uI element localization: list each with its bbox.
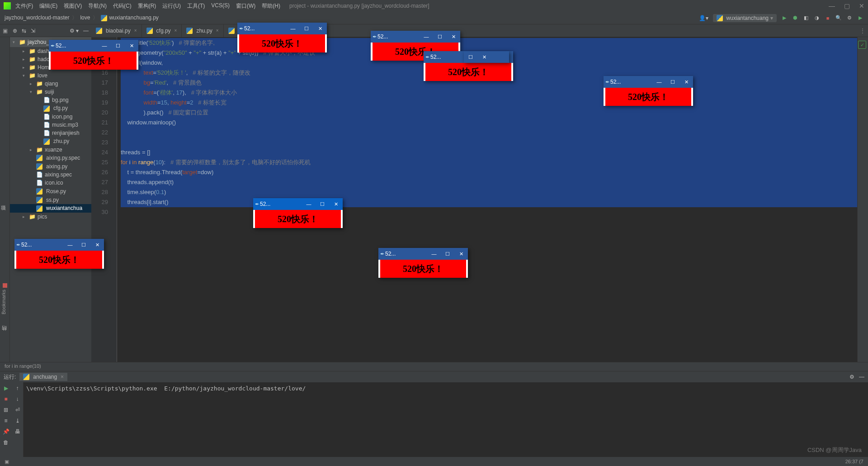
popup-window[interactable]: ✒52...—☐✕520快乐！: [604, 76, 693, 106]
filter-icon[interactable]: ≡: [4, 418, 7, 424]
breadcrumb-part[interactable]: love: [80, 14, 90, 21]
tab-close-icon[interactable]: ×: [175, 28, 177, 33]
popup-window[interactable]: ✒52...—☐✕520快乐！: [14, 239, 104, 269]
rerun-icon[interactable]: ▶: [4, 385, 8, 391]
menu-item[interactable]: 编辑(E): [39, 2, 57, 10]
menu-item[interactable]: 窗口(W): [236, 2, 255, 10]
layout-icon[interactable]: ⊞: [4, 407, 8, 413]
line-number[interactable]: 20: [91, 108, 108, 118]
run-output[interactable]: \venv\Scripts\zzss\Scripts\python.exe E:…: [24, 382, 868, 457]
popup-minimize-icon[interactable]: —: [420, 34, 433, 39]
run-tab[interactable]: anchuang ×: [19, 373, 67, 381]
popup-maximize-icon[interactable]: ☐: [300, 26, 313, 32]
popup-titlebar[interactable]: ✒52...—☐✕: [14, 239, 104, 251]
popup-minimize-icon[interactable]: —: [63, 242, 77, 247]
tree-item[interactable]: 📄music.mp3: [10, 121, 91, 129]
popup-close-icon[interactable]: ✕: [679, 79, 693, 85]
line-number[interactable]: 19: [91, 98, 108, 108]
popup-close-icon[interactable]: ✕: [447, 34, 460, 40]
line-number[interactable]: 30: [91, 207, 108, 217]
popup-maximize-icon[interactable]: ☐: [441, 251, 454, 257]
menu-item[interactable]: 文件(F): [15, 2, 33, 10]
popup-close-icon[interactable]: ✕: [329, 201, 343, 207]
tree-item[interactable]: zhu.py: [10, 137, 91, 146]
menu-item[interactable]: 代码(C): [113, 2, 132, 10]
run-settings-icon[interactable]: ⚙: [849, 374, 854, 380]
line-number[interactable]: 26: [91, 167, 108, 177]
editor-tab[interactable]: zhu.py×: [182, 24, 223, 37]
tree-item[interactable]: 📄icon.png: [10, 113, 91, 121]
project-tree[interactable]: ▾📁 jayzhou_w ▸📁dashuju▸📁hadoop▸📁HomeW▾📁l…: [10, 37, 91, 362]
popup-titlebar[interactable]: ✒52...—☐✕: [253, 198, 343, 210]
popup-close-icon[interactable]: ✕: [477, 54, 491, 60]
down-icon[interactable]: ↓: [16, 396, 19, 402]
settings-icon[interactable]: ⚙ ▾: [70, 28, 79, 34]
run-anything-icon[interactable]: ▶: [857, 15, 863, 21]
profile-icon[interactable]: ◑: [814, 15, 820, 21]
tree-item[interactable]: 📄aixing.spec: [10, 171, 91, 179]
popup-minimize-icon[interactable]: —: [427, 251, 441, 257]
breadcrumb-part[interactable]: jayzhou_wordcloud-master: [5, 14, 69, 21]
popup-titlebar[interactable]: ✒52...—☐✕: [49, 40, 138, 52]
popup-titlebar[interactable]: ✒52...—☐✕: [604, 76, 693, 88]
tree-item[interactable]: ▸📁qiang: [10, 80, 91, 88]
inspection-ok-icon[interactable]: ✓: [858, 41, 866, 49]
target-icon[interactable]: ⊕: [13, 28, 17, 34]
breadcrumb[interactable]: jayzhou_wordcloud-master〉love〉wuxiantanc…: [5, 14, 159, 22]
status-icon[interactable]: ▣: [5, 459, 9, 465]
line-number[interactable]: 28: [91, 187, 108, 197]
expand-icon[interactable]: ⇆: [22, 28, 26, 34]
popup-close-icon[interactable]: ✕: [454, 251, 468, 257]
menu-item[interactable]: 帮助(H): [262, 2, 280, 10]
gear-icon[interactable]: ⚙: [846, 15, 853, 21]
popup-window[interactable]: ✒52...—☐✕520快乐！: [253, 198, 343, 228]
popup-close-icon[interactable]: ✕: [125, 43, 138, 49]
popup-close-icon[interactable]: ✕: [313, 26, 327, 32]
tree-item[interactable]: ▾📁suiji: [10, 88, 91, 96]
popup-titlebar[interactable]: ✒52...—☐✕: [371, 31, 460, 43]
project-strip-icon[interactable]: ▣: [0, 28, 10, 34]
popup-maximize-icon[interactable]: ☐: [111, 43, 125, 49]
line-number[interactable]: 24: [91, 147, 108, 157]
tree-item[interactable]: ▸📁pics: [10, 213, 91, 221]
line-number[interactable]: 27: [91, 177, 108, 187]
code-crumb[interactable]: for i in range(10): [0, 362, 868, 371]
popup-window[interactable]: ✒52...—☐✕520快乐！: [378, 248, 468, 278]
minimize-icon[interactable]: —: [829, 2, 835, 10]
debug-button-icon[interactable]: ⬢: [792, 15, 798, 21]
tree-item[interactable]: 📄renjianjiesh: [10, 129, 91, 137]
tree-item[interactable]: 📄icon.ico: [10, 179, 91, 187]
editor-tab[interactable]: cfg.py×: [142, 24, 182, 37]
close-icon[interactable]: ✕: [859, 2, 864, 10]
menu-item[interactable]: 重构(R): [138, 2, 156, 10]
coverage-icon[interactable]: ◧: [803, 15, 809, 21]
menu-item[interactable]: 工具(T): [187, 2, 205, 10]
tab-close-icon[interactable]: ×: [216, 28, 219, 33]
stop-icon[interactable]: ■: [4, 396, 7, 402]
tree-item[interactable]: aixing.py: [10, 162, 91, 171]
tabs-more-icon[interactable]: ⋮: [860, 28, 868, 34]
popup-minimize-icon[interactable]: —: [652, 79, 666, 85]
popup-maximize-icon[interactable]: ☐: [316, 201, 329, 207]
line-number[interactable]: 23: [91, 138, 108, 147]
menu-item[interactable]: 视图(V): [64, 2, 82, 10]
menu-item[interactable]: 导航(N): [88, 2, 107, 10]
menu-item[interactable]: VCS(S): [211, 2, 230, 10]
stop-button-icon[interactable]: ■: [825, 15, 831, 21]
popup-maximize-icon[interactable]: ☐: [666, 79, 679, 85]
line-number[interactable]: 25: [91, 157, 108, 167]
trash-icon[interactable]: 🗑: [3, 439, 9, 446]
collapse-icon[interactable]: ⇲: [31, 28, 35, 34]
editor-tab[interactable]: biaobai.py×: [91, 24, 142, 37]
popup-minimize-icon[interactable]: —: [98, 43, 111, 48]
line-number[interactable]: 29: [91, 197, 108, 207]
popup-titlebar[interactable]: ✒52...—☐✕: [378, 248, 468, 260]
popup-window[interactable]: ☐✕: [464, 51, 509, 63]
tree-item[interactable]: Rose.py: [10, 187, 91, 195]
popup-minimize-icon[interactable]: —: [286, 26, 300, 31]
run-config-selector[interactable]: wuxiantanchuang ▾: [713, 14, 777, 22]
scroll-icon[interactable]: ⤓: [15, 418, 20, 424]
tree-item[interactable]: aixing.py.spec: [10, 154, 91, 162]
popup-maximize-icon[interactable]: ☐: [464, 54, 477, 60]
popup-maximize-icon[interactable]: ☐: [77, 242, 90, 248]
